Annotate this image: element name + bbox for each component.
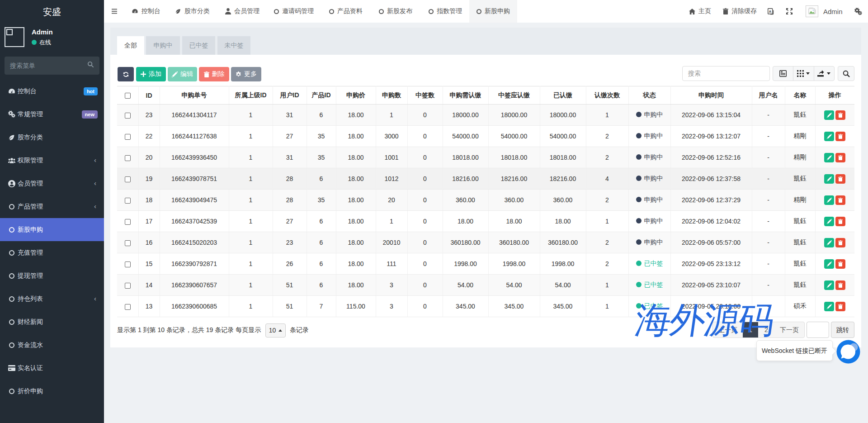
svg-text:A: A [769,9,772,13]
